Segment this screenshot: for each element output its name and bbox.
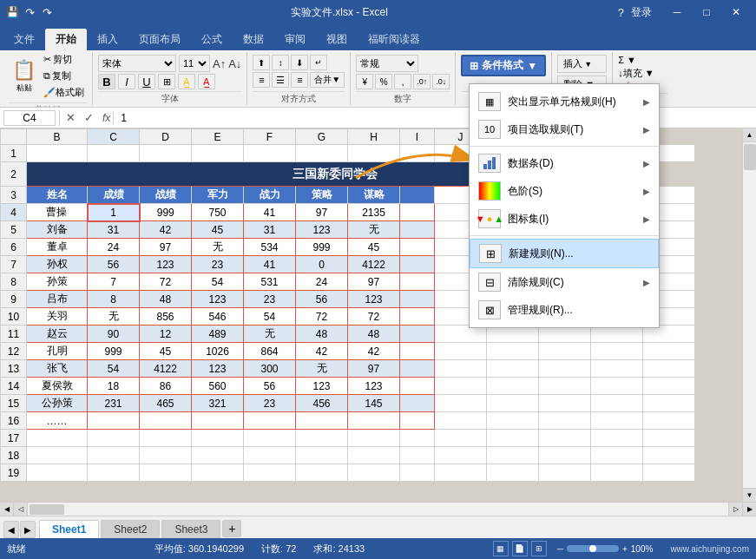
- align-left-button[interactable]: ≡: [253, 72, 270, 88]
- table-cell[interactable]: 86: [140, 378, 192, 395]
- table-cell-empty[interactable]: [487, 464, 539, 482]
- normal-view-button[interactable]: ▦: [493, 541, 509, 556]
- table-cell[interactable]: 42: [296, 343, 348, 360]
- table-cell[interactable]: 赵云: [27, 326, 88, 343]
- table-cell[interactable]: 23: [244, 291, 296, 308]
- table-cell[interactable]: 孙策: [27, 273, 88, 291]
- table-cell[interactable]: [192, 145, 244, 162]
- table-cell[interactable]: 531: [244, 273, 296, 291]
- col-header-G[interactable]: G: [296, 129, 348, 145]
- table-cell[interactable]: [244, 430, 296, 447]
- table-cell[interactable]: 489: [192, 326, 244, 343]
- table-cell[interactable]: [140, 430, 192, 447]
- table-cell[interactable]: [400, 360, 435, 378]
- font-name-select[interactable]: 宋体: [98, 55, 176, 72]
- table-cell-empty[interactable]: [487, 343, 539, 360]
- bold-button[interactable]: B: [98, 74, 115, 89]
- paste-button[interactable]: 📋 粘贴: [9, 57, 39, 95]
- table-cell-empty[interactable]: [487, 447, 539, 464]
- table-cell-empty[interactable]: [591, 395, 643, 412]
- row-header-12[interactable]: 12: [1, 343, 27, 360]
- table-cell[interactable]: 999: [88, 343, 140, 360]
- table-cell[interactable]: 孙权: [27, 256, 88, 273]
- table-cell[interactable]: 42: [348, 343, 400, 360]
- table-cell[interactable]: 成绩: [88, 187, 140, 204]
- table-cell[interactable]: [348, 447, 400, 464]
- table-cell[interactable]: 战力: [244, 187, 296, 204]
- tab-data[interactable]: 数据: [233, 29, 274, 50]
- increase-font-button[interactable]: A↑: [213, 57, 226, 70]
- table-cell[interactable]: 战绩: [140, 187, 192, 204]
- table-cell[interactable]: 123: [140, 256, 192, 273]
- table-cell[interactable]: 公孙策: [27, 395, 88, 412]
- table-cell[interactable]: 97: [140, 239, 192, 256]
- table-cell[interactable]: 560: [192, 378, 244, 395]
- row-header-11[interactable]: 11: [1, 326, 27, 343]
- table-cell-empty[interactable]: [435, 395, 487, 412]
- table-cell-empty[interactable]: [435, 447, 487, 464]
- table-cell[interactable]: [27, 447, 88, 464]
- table-cell[interactable]: 董卓: [27, 239, 88, 256]
- align-bottom-button[interactable]: ⬇: [291, 55, 308, 70]
- table-cell[interactable]: 48: [140, 291, 192, 308]
- merge-button[interactable]: 合并▼: [310, 72, 345, 88]
- table-cell[interactable]: 45: [348, 239, 400, 256]
- clear-rules-item[interactable]: ⊟ 清除规则(C) ▶: [470, 268, 659, 296]
- col-header-E[interactable]: E: [192, 129, 244, 145]
- table-cell[interactable]: 231: [88, 395, 140, 412]
- row-header-7[interactable]: 7: [1, 256, 27, 273]
- table-cell[interactable]: 72: [348, 308, 400, 326]
- cancel-icon[interactable]: ✕: [63, 111, 78, 124]
- table-cell[interactable]: 97: [296, 204, 348, 221]
- table-cell-empty[interactable]: [539, 464, 591, 482]
- table-cell-empty[interactable]: [435, 343, 487, 360]
- table-cell[interactable]: [88, 447, 140, 464]
- number-format-select[interactable]: 常规: [356, 55, 418, 72]
- row-header-19[interactable]: 19: [1, 464, 27, 482]
- horizontal-scrollbar[interactable]: ◀ ◁ ▷ ▶: [0, 502, 756, 516]
- table-cell[interactable]: [400, 430, 435, 447]
- table-cell-empty[interactable]: [539, 395, 591, 412]
- table-cell[interactable]: 23: [192, 256, 244, 273]
- table-cell-empty[interactable]: [643, 447, 695, 464]
- data-bars-item[interactable]: 数据条(D) ▶: [470, 149, 659, 177]
- vertical-scrollbar[interactable]: ▲ ▼: [742, 128, 756, 502]
- table-cell[interactable]: [88, 145, 140, 162]
- table-cell[interactable]: 321: [192, 395, 244, 412]
- scroll-left-button[interactable]: ◀: [0, 503, 14, 516]
- col-header-B[interactable]: B: [27, 129, 88, 145]
- table-cell[interactable]: 864: [244, 343, 296, 360]
- table-cell[interactable]: 1026: [192, 343, 244, 360]
- table-cell[interactable]: [400, 447, 435, 464]
- table-cell[interactable]: 24: [88, 239, 140, 256]
- decrease-font-button[interactable]: A↓: [228, 57, 241, 70]
- row-header-10[interactable]: 10: [1, 308, 27, 326]
- table-cell[interactable]: 123: [296, 221, 348, 239]
- manage-rules-item[interactable]: ⊠ 管理规则(R)...: [470, 296, 659, 324]
- table-cell[interactable]: [400, 187, 435, 204]
- table-cell-empty[interactable]: [643, 343, 695, 360]
- scroll-up-button[interactable]: ▲: [743, 128, 757, 142]
- table-cell[interactable]: 54: [244, 308, 296, 326]
- page-break-view-button[interactable]: ⊞: [531, 541, 547, 556]
- table-cell-empty[interactable]: [539, 447, 591, 464]
- tab-view[interactable]: 视图: [316, 29, 358, 50]
- top-bottom-rules-item[interactable]: 10 项目选取规则(T) ▶: [470, 115, 659, 143]
- table-cell[interactable]: 吕布: [27, 291, 88, 308]
- tab-page-layout[interactable]: 页面布局: [128, 29, 191, 50]
- scroll-left2-button[interactable]: ◁: [14, 503, 28, 516]
- row-header-13[interactable]: 13: [1, 360, 27, 378]
- table-cell[interactable]: 856: [140, 308, 192, 326]
- table-cell[interactable]: [400, 326, 435, 343]
- table-cell[interactable]: 关羽: [27, 308, 88, 326]
- table-cell[interactable]: [192, 447, 244, 464]
- table-cell[interactable]: [27, 145, 88, 162]
- table-cell[interactable]: [27, 430, 88, 447]
- table-cell[interactable]: [400, 221, 435, 239]
- table-cell[interactable]: [140, 412, 192, 430]
- table-cell[interactable]: 4122: [140, 360, 192, 378]
- table-cell[interactable]: 4122: [348, 256, 400, 273]
- table-cell-empty[interactable]: [591, 378, 643, 395]
- table-cell[interactable]: 54: [88, 360, 140, 378]
- table-cell[interactable]: 54: [192, 273, 244, 291]
